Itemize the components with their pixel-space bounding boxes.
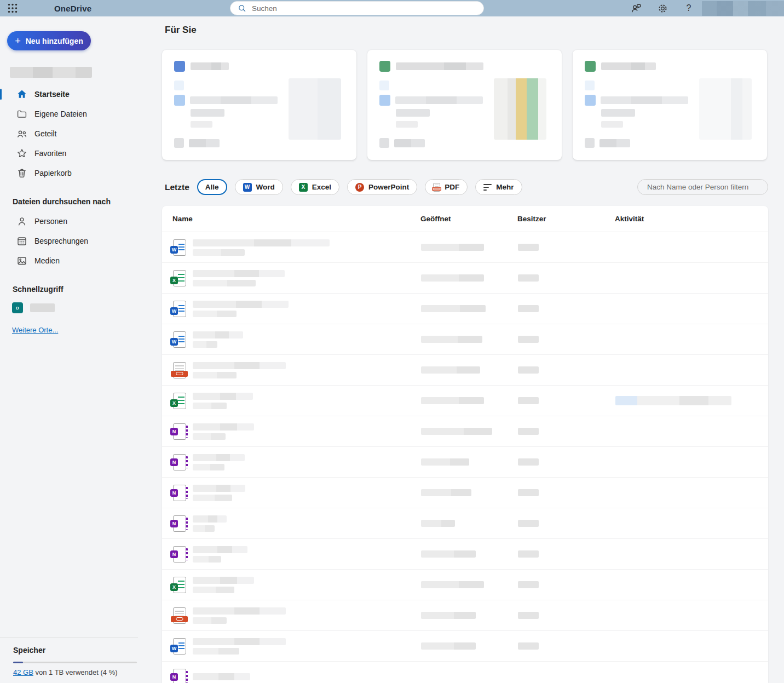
for-you-card[interactable]: [573, 50, 767, 160]
redacted-opened-date: [421, 428, 492, 435]
filter-lines-icon: [483, 184, 492, 191]
sidebar-item-medien[interactable]: Medien: [0, 251, 162, 271]
redacted-owner: [518, 428, 539, 435]
file-row[interactable]: W X N: [162, 539, 768, 570]
sidebar-item-personen[interactable]: Personen: [0, 211, 162, 231]
file-row[interactable]: W X N: [162, 631, 768, 662]
file-type-icon: P: [355, 183, 364, 192]
home-icon: [16, 89, 27, 100]
sidebar-item-startseite[interactable]: Startseite: [0, 84, 162, 104]
for-you-card[interactable]: [162, 50, 356, 160]
settings-gear-icon[interactable]: [649, 0, 676, 16]
file-icon: W X N: [173, 454, 186, 470]
redacted-block: [585, 81, 595, 90]
plus-icon: +: [15, 36, 21, 46]
file-icon: W X N: [173, 515, 186, 532]
redacted-owner: [518, 550, 539, 558]
storage-text: 42 GB von 1 TB verwendet (4 %): [13, 668, 138, 676]
name-person-filter-input[interactable]: [637, 179, 768, 195]
redacted-text: [599, 139, 630, 147]
file-row[interactable]: W X N: [162, 508, 768, 539]
redacted-text: [395, 96, 483, 104]
app-title: OneDrive: [54, 4, 91, 13]
filter-pill-word[interactable]: W Word: [235, 179, 283, 195]
file-icon: W X N: [173, 239, 186, 256]
redacted-owner: [518, 305, 539, 312]
file-type-icon: [174, 61, 185, 72]
file-row[interactable]: W X N: [162, 447, 768, 478]
redacted-owner: [518, 581, 539, 588]
file-type-icon: X: [299, 183, 308, 192]
add-new-button[interactable]: + Neu hinzufügen: [7, 31, 91, 50]
redacted-owner: [518, 520, 539, 527]
file-icon: W X N: [173, 362, 186, 378]
filter-pill-pdf[interactable]: PDF: [425, 179, 468, 195]
file-row[interactable]: W X N: [162, 570, 768, 600]
search-input[interactable]: [252, 4, 483, 13]
sidebar-item-besprechungen[interactable]: Besprechungen: [0, 231, 162, 251]
redacted-opened-date: [421, 244, 484, 251]
redacted-file-name: [193, 362, 421, 378]
search-box[interactable]: [230, 1, 484, 15]
quick-access-item[interactable]: D: [0, 302, 162, 313]
filter-pill-all[interactable]: Alle: [197, 179, 227, 195]
filter-pill-excel[interactable]: X Excel: [291, 179, 339, 195]
file-icon: W X N: [173, 270, 186, 286]
filter-pill-more[interactable]: Mehr: [475, 179, 522, 195]
avatar: [379, 138, 389, 148]
file-icon: W X N: [173, 393, 186, 409]
for-you-card[interactable]: [367, 50, 562, 160]
more-places-link[interactable]: Weitere Orte...: [12, 326, 58, 334]
file-row[interactable]: W X N: [162, 662, 768, 683]
browse-section-heading: Dateien durchsuchen nach: [0, 197, 162, 206]
column-besitzer[interactable]: Besitzer: [517, 215, 615, 223]
file-row[interactable]: W X N: [162, 386, 768, 416]
help-icon[interactable]: ?: [676, 0, 702, 16]
sidebar-item-favoriten[interactable]: Favoriten: [0, 144, 162, 163]
file-row[interactable]: W X N: [162, 263, 768, 294]
redacted-file-name: [193, 577, 421, 593]
file-row[interactable]: W X N: [162, 294, 768, 324]
file-row[interactable]: W X N: [162, 324, 768, 355]
file-icon: W X N: [173, 485, 186, 501]
storage-progress: [13, 662, 137, 663]
for-you-heading: Für Sie: [165, 25, 197, 36]
filter-pill-ppt[interactable]: P PowerPoint: [347, 179, 417, 195]
storage-used-link[interactable]: 42 GB: [13, 668, 33, 676]
calendar-icon: [16, 236, 27, 246]
document-thumbnail: [289, 78, 341, 140]
file-row[interactable]: W X N: [162, 232, 768, 263]
trash-icon: [16, 168, 27, 179]
browse-nav: Personen Besprechungen Medien: [0, 211, 162, 271]
redacted-block: [174, 81, 184, 90]
column-aktivitaet[interactable]: Aktivität: [615, 215, 768, 223]
primary-nav: Startseite Eigene Dateien Geteilt Fa: [0, 84, 162, 183]
redacted-opened-date: [421, 305, 486, 312]
filter-pill-label: Excel: [312, 183, 331, 191]
file-row[interactable]: W X N: [162, 416, 768, 447]
file-row[interactable]: W X N: [162, 355, 768, 386]
table-body: W X N W X N: [162, 232, 768, 683]
redacted-text: [601, 121, 623, 128]
file-row[interactable]: W X N: [162, 600, 768, 631]
file-row[interactable]: W X N: [162, 478, 768, 508]
avatar: [174, 138, 184, 148]
file-icon: W X N: [173, 423, 186, 440]
sidebar-item-eigene-dateien[interactable]: Eigene Dateien: [0, 104, 162, 124]
app-launcher-icon[interactable]: [7, 3, 18, 14]
feedback-icon[interactable]: [623, 0, 649, 16]
column-geoeffnet[interactable]: Geöffnet: [420, 215, 517, 223]
redacted-file-name: [193, 423, 421, 440]
redacted-owner: [518, 397, 539, 404]
document-thumbnail: [494, 78, 546, 140]
filter-pill-label: PowerPoint: [368, 183, 409, 191]
redacted-opened-date: [421, 550, 476, 558]
redacted-text: [191, 121, 212, 128]
redacted-file-name: [193, 331, 421, 348]
sidebar-item-geteilt[interactable]: Geteilt: [0, 124, 162, 144]
account-area-redacted[interactable]: [702, 1, 784, 16]
redacted-file-name: [193, 454, 421, 470]
sidebar-item-papierkorb[interactable]: Papierkorb: [0, 163, 162, 183]
redacted-icon: [379, 95, 390, 106]
column-name[interactable]: Name: [172, 215, 420, 223]
